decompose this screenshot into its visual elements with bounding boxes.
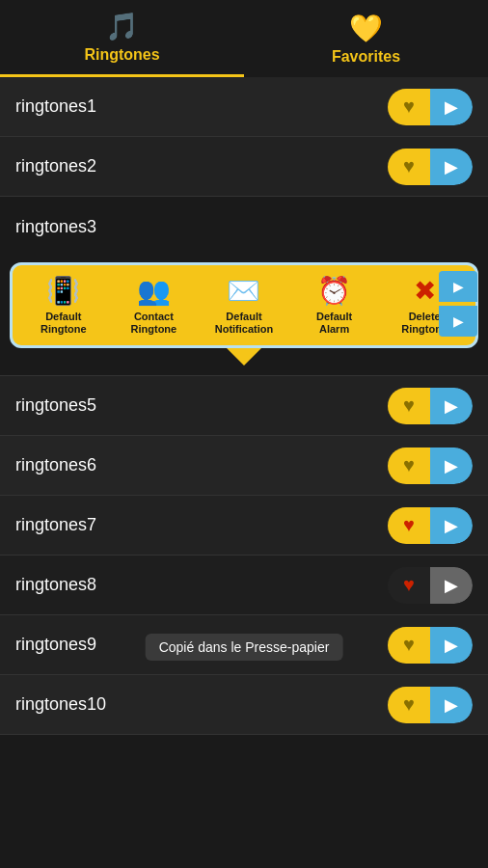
action-panel-wrapper: 📳 DefaultRingtone 👥 ContactRingtone ✉️ D… — [0, 257, 488, 375]
favorite-button[interactable]: ♥ — [388, 507, 430, 544]
heart-icon: ♥ — [403, 574, 415, 596]
ringtone-name: ringtones9 — [15, 635, 96, 655]
delete-icon: ✖ — [414, 275, 436, 307]
play-up-button[interactable]: ▶ — [439, 271, 477, 302]
tab-favorites-label: Favorites — [332, 48, 400, 66]
default-notification-button[interactable]: ✉️ DefaultNotification — [209, 275, 279, 336]
ringtone-name: ringtones5 — [15, 395, 96, 416]
action-btn-group: ♥ ▶ — [388, 149, 473, 185]
heart-icon: ♥ — [403, 514, 415, 536]
contact-ringtone-button[interactable]: 👥 ContactRingtone — [119, 275, 188, 336]
action-btn-group: ♥ ▶ — [388, 567, 473, 604]
heart-icon: ♥ — [403, 693, 415, 716]
list-item: ringtones1 ♥ ▶ — [0, 77, 488, 137]
favorite-button[interactable]: ♥ — [388, 388, 430, 424]
favorite-button[interactable]: ♥ — [388, 89, 430, 125]
play-button[interactable]: ▶ — [430, 567, 473, 604]
play-button[interactable]: ▶ — [430, 89, 473, 125]
expanded-row-header: ringtones3 — [0, 197, 488, 257]
play-icon: ▶ — [445, 455, 458, 476]
ringtone-name: ringtones8 — [15, 575, 96, 595]
play-button[interactable]: ▶ — [430, 149, 473, 185]
action-btn-group: ♥ ▶ — [388, 507, 473, 544]
default-alarm-button[interactable]: ⏰ DefaultAlarm — [300, 275, 369, 336]
tab-ringtones[interactable]: 🎵 Ringtones — [0, 0, 244, 77]
action-btn-group: ♥ ▶ — [388, 687, 473, 723]
play-icon: ▶ — [445, 515, 458, 536]
play-icon: ▶ — [445, 156, 458, 177]
heart-icon: ♥ — [403, 634, 415, 656]
play-button[interactable]: ▶ — [430, 448, 473, 484]
heart-icon: ♥ — [403, 394, 415, 417]
action-btn-group: ♥ ▶ — [388, 627, 473, 664]
tab-ringtones-label: Ringtones — [84, 46, 159, 64]
play-button[interactable]: ▶ — [430, 388, 473, 424]
ringtone-name: ringtones2 — [15, 156, 96, 176]
ringtone-name: ringtones6 — [15, 455, 96, 475]
ringtone-list: ringtones1 ♥ ▶ ringtones2 ♥ ▶ ringtones3 — [0, 77, 488, 735]
action-btn-group: ♥ ▶ — [388, 89, 473, 125]
play-icon: ▶ — [445, 96, 458, 118]
tab-bar: 🎵 Ringtones 💛 Favorites — [0, 0, 488, 77]
heart-icon: ♥ — [403, 454, 415, 476]
ringtone-name: ringtones3 — [15, 217, 96, 237]
list-item: ringtones9 ♥ ▶ Copié dans le Presse-papi… — [0, 615, 488, 675]
ringtone-name: ringtones10 — [15, 694, 106, 715]
panel-arrow — [227, 348, 261, 366]
play-button[interactable]: ▶ — [430, 687, 473, 723]
favorite-button[interactable]: ♥ — [388, 149, 430, 185]
list-item: ringtones6 ♥ ▶ — [0, 436, 488, 496]
notification-icon: ✉️ — [227, 275, 260, 307]
list-item-expanded: ringtones3 📳 DefaultRingtone 👥 ContactRi… — [0, 197, 488, 376]
tab-favorites[interactable]: 💛 Favorites — [244, 0, 488, 77]
play-icon: ▶ — [445, 635, 458, 656]
folder-music-icon: 🎵 — [105, 11, 139, 42]
contacts-icon: 👥 — [137, 275, 171, 307]
play-icon: ▶ — [445, 575, 458, 596]
list-item: ringtones2 ♥ ▶ — [0, 137, 488, 197]
favorite-button[interactable]: ♥ — [388, 627, 430, 664]
side-play-buttons: ▶ ▶ — [439, 265, 477, 342]
play-icon: ▶ — [445, 395, 458, 417]
default-ringtone-button[interactable]: 📳 DefaultRingtone — [29, 275, 98, 336]
default-notification-label: DefaultNotification — [215, 311, 274, 336]
ringtone-name: ringtones7 — [15, 515, 96, 535]
contact-ringtone-label: ContactRingtone — [131, 311, 177, 336]
ringtone-name: ringtones1 — [15, 96, 96, 117]
list-item: ringtones10 ♥ ▶ — [0, 675, 488, 735]
default-alarm-label: DefaultAlarm — [316, 311, 352, 336]
play-button[interactable]: ▶ — [430, 507, 473, 544]
action-panel: 📳 DefaultRingtone 👥 ContactRingtone ✉️ D… — [10, 262, 478, 348]
heart-icon: ♥ — [403, 155, 415, 177]
favorite-button[interactable]: ♥ — [388, 567, 430, 604]
action-btn-group: ♥ ▶ — [388, 448, 473, 484]
heart-icon: ♥ — [403, 95, 415, 118]
list-item: ringtones7 ♥ ▶ — [0, 496, 488, 556]
list-item: ringtones5 ♥ ▶ — [0, 376, 488, 436]
favorite-button[interactable]: ♥ — [388, 687, 430, 723]
clipboard-tooltip: Copié dans le Presse-papier — [146, 634, 343, 661]
phone-icon: 📳 — [46, 275, 80, 307]
default-ringtone-label: DefaultRingtone — [41, 311, 87, 336]
favorite-button[interactable]: ♥ — [388, 448, 430, 484]
play-down-button[interactable]: ▶ — [439, 306, 477, 337]
play-button[interactable]: ▶ — [430, 627, 473, 664]
action-btn-group: ♥ ▶ — [388, 388, 473, 424]
alarm-icon: ⏰ — [317, 275, 351, 307]
play-icon: ▶ — [445, 694, 458, 716]
list-item: ringtones8 ♥ ▶ — [0, 556, 488, 615]
heart-icon: 💛 — [349, 13, 383, 44]
